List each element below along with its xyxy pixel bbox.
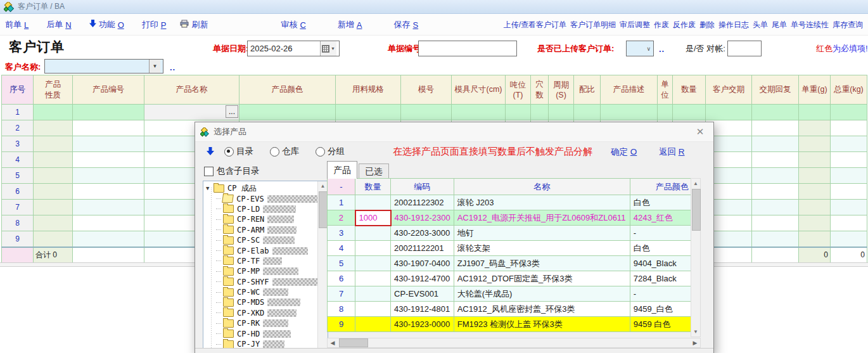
- product-code[interactable]: 430-1923-0000: [391, 317, 454, 332]
- grid-cell[interactable]: [831, 231, 867, 247]
- toolbar-button-库存查询[interactable]: 库存查询: [833, 20, 863, 30]
- toolbar-button-审核C[interactable]: 审核C: [281, 19, 305, 30]
- grid-cell[interactable]: [752, 105, 799, 120]
- product-row[interactable]: 3430-2203-3000地钉-: [328, 226, 692, 241]
- uploaded-select[interactable]: ∨: [626, 41, 654, 56]
- grid-cell[interactable]: [831, 200, 867, 215]
- quantity-cell[interactable]: [355, 241, 391, 256]
- toolbar-button-前单L[interactable]: 前单L: [5, 19, 29, 30]
- grid-cell[interactable]: [799, 136, 831, 152]
- checkbox-unchecked-icon[interactable]: [204, 167, 214, 176]
- product-row[interactable]: 6430-1912-4700AC1912_DTOF固定盖_环保3类7284_Bl…: [328, 271, 692, 286]
- product-color[interactable]: 9459_白色: [630, 302, 692, 317]
- toolbar-button-打印P[interactable]: 打印P: [142, 19, 167, 30]
- grid-cell[interactable]: [799, 231, 831, 247]
- confirm-button[interactable]: 确定 O: [611, 146, 637, 158]
- grid-cell[interactable]: [34, 105, 73, 120]
- tree-node-CP-SHYF[interactable]: CP-SHYF: [206, 277, 318, 287]
- grid-cell[interactable]: [831, 184, 867, 200]
- grid-cell[interactable]: [752, 184, 799, 200]
- tree-node-CP-LD[interactable]: CP-LD: [206, 204, 318, 214]
- product-color[interactable]: 9459 白色: [630, 317, 692, 332]
- tree-node-CP-RK[interactable]: CP-RK: [206, 318, 318, 328]
- toolbar-button-客户订单明细[interactable]: 客户订单明细: [570, 20, 616, 30]
- product-color[interactable]: 白色: [630, 241, 692, 256]
- grid-cell[interactable]: [34, 215, 73, 231]
- grid-cell[interactable]: [549, 105, 574, 120]
- toolbar-button-尾单[interactable]: 尾单: [772, 20, 787, 30]
- product-name[interactable]: AC1912_电源开关推钮_用于ZL0609和ZL0611: [454, 210, 630, 226]
- product-table-hscrollbar[interactable]: ◀ ▶: [327, 338, 701, 348]
- tree-node-CP-EVS[interactable]: CP-EVS: [206, 193, 318, 203]
- product-name[interactable]: AC1912_DTOF固定盖_环保3类: [454, 271, 630, 286]
- grid-cell[interactable]: [531, 105, 549, 120]
- grid-cell[interactable]: [506, 105, 531, 120]
- product-color[interactable]: -: [630, 226, 692, 241]
- product-row[interactable]: 5430-1907-0400ZJ1907_码盘_环保3类9404_Black: [328, 256, 692, 271]
- toolbar-button-删除[interactable]: 删除: [699, 20, 715, 30]
- grid-cell[interactable]: [752, 168, 799, 184]
- grid-cell[interactable]: [799, 215, 831, 231]
- toolbar-button-新增A[interactable]: 新增A: [338, 19, 362, 30]
- hscroll-thumb[interactable]: [339, 338, 368, 347]
- grid-cell[interactable]: [799, 200, 831, 215]
- toolbar-button-上传/查看客户订单[interactable]: 上传/查看客户订单: [504, 20, 566, 30]
- grid-cell[interactable]: [658, 105, 673, 120]
- product-row[interactable]: 9430-1923-0000FM1923 检测仪上盖 环保3类9459 白色: [328, 317, 692, 332]
- tab-selected[interactable]: 已选: [359, 164, 389, 179]
- grid-cell[interactable]: [831, 105, 867, 120]
- product-table-vscrollbar[interactable]: ▲ ▼: [691, 178, 701, 337]
- grid-cell[interactable]: [73, 168, 144, 184]
- product-name[interactable]: 大轮盖(半成品): [454, 286, 630, 302]
- product-code[interactable]: 430-1912-2300: [391, 210, 454, 226]
- tree-node-CP-SC[interactable]: CP-SC: [206, 235, 318, 245]
- grid-cell[interactable]: [799, 184, 831, 200]
- grid-cell[interactable]: [452, 105, 506, 120]
- grid-cell[interactable]: [673, 105, 706, 120]
- scroll-up-icon[interactable]: ▲: [691, 179, 700, 188]
- scroll-up-icon[interactable]: ▲: [318, 181, 328, 191]
- close-icon[interactable]: ✕: [692, 126, 708, 138]
- quantity-cell[interactable]: [355, 195, 391, 210]
- grid-cell[interactable]: [752, 215, 799, 231]
- grid-cell[interactable]: [831, 120, 867, 136]
- customer-more-link[interactable]: ..: [170, 63, 176, 72]
- calendar-button[interactable]: ▼: [320, 41, 336, 56]
- tree-node-CP-Elab[interactable]: CP-Elab: [206, 245, 318, 255]
- product-code[interactable]: CP-EVS001: [391, 286, 454, 302]
- quantity-cell[interactable]: [355, 226, 391, 241]
- grid-cell[interactable]: [239, 105, 336, 120]
- product-row[interactable]: 420021122201滚轮支架白色: [328, 241, 692, 256]
- grid-cell[interactable]: [831, 168, 867, 184]
- product-name[interactable]: 滚轮支架: [454, 241, 630, 256]
- tree-node-CP-HD[interactable]: CP-HD: [206, 328, 318, 338]
- product-color[interactable]: 4243_红色: [630, 210, 692, 226]
- product-color[interactable]: 白色: [630, 195, 692, 210]
- grid-cell[interactable]: [401, 105, 452, 120]
- scroll-down-icon[interactable]: ▼: [691, 327, 700, 337]
- product-code[interactable]: 430-1912-4700: [391, 271, 454, 286]
- radio-分组[interactable]: 分组: [316, 146, 345, 157]
- grid-cell[interactable]: [336, 105, 401, 120]
- tree-node-CP-REN[interactable]: CP-REN: [206, 214, 318, 224]
- grid-cell[interactable]: [73, 152, 144, 168]
- grid-cell[interactable]: [799, 120, 831, 136]
- vscroll-thumb[interactable]: [692, 189, 701, 231]
- include-subdir-option[interactable]: 包含子目录: [204, 165, 260, 177]
- tree-node-CP-MDS[interactable]: CP-MDS: [206, 297, 318, 307]
- product-color[interactable]: -: [630, 286, 692, 302]
- grid-cell[interactable]: [73, 215, 144, 231]
- radio-目录[interactable]: 目录: [224, 146, 253, 157]
- product-name[interactable]: 滚轮 J203: [454, 195, 630, 210]
- product-row[interactable]: 21000430-1912-2300AC1912_电源开关推钮_用于ZL0609…: [328, 210, 692, 226]
- tree-node-CP-ARM[interactable]: CP-ARM: [206, 225, 318, 235]
- grid-cell[interactable]: [34, 184, 73, 200]
- grid-cell[interactable]: [34, 168, 73, 184]
- grid-cell[interactable]: [706, 105, 752, 120]
- grid-cell[interactable]: [34, 136, 73, 152]
- quantity-cell[interactable]: [355, 271, 391, 286]
- grid-cell[interactable]: [34, 152, 73, 168]
- toolbar-button-功能O[interactable]: 功能O: [89, 19, 124, 30]
- tree-node-CP-WC[interactable]: CP-WC: [206, 287, 318, 297]
- grid-cell[interactable]: [752, 152, 799, 168]
